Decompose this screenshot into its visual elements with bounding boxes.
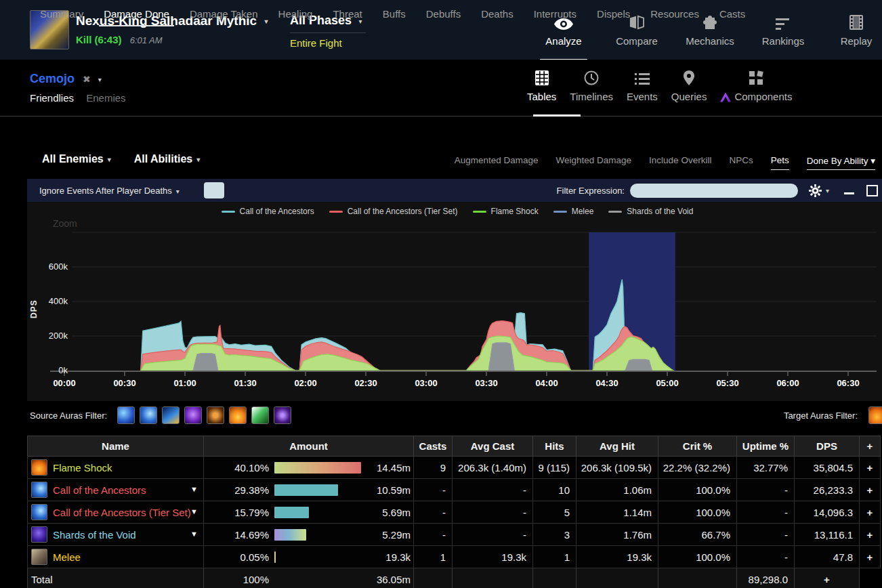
nav-label: Queries (671, 91, 707, 102)
chevron-down-icon[interactable]: ▾ (98, 76, 102, 83)
ability-name-cell[interactable]: Flame Shock (28, 457, 204, 479)
table-cell: 13,116.1 (795, 524, 860, 546)
table-row[interactable]: Shards of the Void▼14.69%5.29m--31.76m66… (28, 524, 881, 546)
toggle-include-overkill[interactable]: Include Overkill (649, 155, 711, 170)
tab-damage-done[interactable]: Damage Done (103, 1, 170, 26)
dropdown-all-abilities[interactable]: All Abilities▾ (134, 153, 201, 165)
expand-row-caret[interactable]: ▼ (190, 485, 198, 493)
tab-summary[interactable]: Summary (39, 1, 84, 26)
blue-wolves-aura-icon[interactable] (140, 406, 157, 424)
table-cell: 9 (115) (533, 457, 576, 479)
nav-timelines[interactable]: Timelines (570, 68, 613, 108)
ignore-deaths-dropdown[interactable]: Ignore Events After Player Deaths▾ (39, 186, 180, 196)
tab-interrupts[interactable]: Interrupts (533, 1, 577, 26)
phase-value: Entire Fight (290, 37, 366, 49)
fire-aura-icon[interactable] (868, 406, 882, 424)
nav-queries[interactable]: Queries (671, 68, 707, 108)
ignore-deaths-checkbox[interactable] (204, 182, 224, 198)
tab-debuffs[interactable]: Debuffs (425, 1, 461, 26)
filter-friendlies[interactable]: Friendlies (30, 92, 74, 104)
amount-bar (274, 484, 338, 496)
ability-name[interactable]: Call of the Ancestors (Tier Set) (53, 507, 191, 518)
maximize-panel-icon[interactable] (866, 185, 878, 196)
ability-name-cell[interactable]: Call of the Ancestors (Tier Set)▼ (28, 501, 204, 524)
ability-name[interactable]: Flame Shock (53, 462, 112, 474)
ability-name[interactable]: Shards of the Void (53, 529, 136, 541)
tab-resources[interactable]: Resources (650, 1, 700, 26)
tab-healing[interactable]: Healing (278, 1, 314, 26)
tab-casts[interactable]: Casts (719, 1, 746, 26)
column-header-avg-hit[interactable]: Avg Hit (576, 436, 658, 457)
ability-name[interactable]: Call of the Ancestors (53, 484, 146, 496)
pin-total-button[interactable]: + (795, 568, 860, 588)
purple-hourglass-aura-icon[interactable] (274, 406, 291, 424)
column-header-crit-[interactable]: Crit % (658, 436, 737, 457)
legend-item-call-of-the-ancestors[interactable]: Call of the Ancestors (222, 207, 314, 216)
expand-row-caret[interactable]: ▼ (190, 507, 198, 516)
legend-item-shards-of-the-void[interactable]: Shards of the Void (608, 207, 693, 216)
toggle-augmented-damage[interactable]: Augmented Damage (455, 155, 539, 170)
pin-row-button[interactable]: + (860, 524, 881, 546)
tab-damage-taken[interactable]: Damage Taken (189, 1, 259, 26)
column-header-uptime-[interactable]: Uptime % (737, 436, 795, 457)
blue-wolves-ability-icon (31, 504, 47, 520)
tab-dispels[interactable]: Dispels (596, 1, 631, 26)
y-tick-label: 0k (58, 365, 68, 375)
column-header-hits[interactable]: Hits (533, 436, 576, 457)
legend-item-melee[interactable]: Melee (553, 207, 594, 216)
total-value: 36.05m (369, 574, 413, 585)
green-wings-aura-icon[interactable] (251, 406, 269, 424)
dps-area-chart[interactable]: 00:0000:3001:0001:3002:0002:3003:0003:30… (27, 202, 882, 401)
blue-swirl-aura-icon[interactable] (117, 406, 135, 424)
column-header-casts[interactable]: Casts (414, 436, 453, 457)
minimize-panel-icon[interactable] (844, 192, 854, 194)
pin-row-button[interactable]: + (860, 457, 881, 479)
column-header-dps[interactable]: DPS (795, 436, 860, 457)
pin-row-button[interactable]: + (860, 479, 881, 501)
column-header-avg-cast[interactable]: Avg Cast (453, 436, 533, 457)
close-icon[interactable]: ✖ (83, 74, 91, 85)
ability-name[interactable]: Melee (53, 551, 81, 563)
toggle-done-by-ability[interactable]: Done By Ability ▾ (807, 155, 875, 170)
filter-enemies[interactable]: Enemies (86, 92, 125, 104)
nav-rankings[interactable]: Rankings (753, 12, 813, 60)
graph-settings-button[interactable]: ▾ (809, 184, 829, 197)
table-cell: 100.0% (658, 479, 737, 501)
filter-expression-input[interactable] (630, 184, 798, 198)
toggle-pets[interactable]: Pets (771, 155, 789, 170)
total-label: Total (28, 568, 204, 588)
column-header-plus[interactable]: + (860, 436, 881, 457)
table-row[interactable]: Call of the Ancestors (Tier Set)▼15.79%5… (28, 501, 881, 524)
column-header-name[interactable]: Name (28, 436, 204, 457)
ability-name-cell[interactable]: Shards of the Void▼ (28, 524, 204, 546)
table-row[interactable]: Melee0.05%19.3k119.3k119.3k100.0%-47.8+ (28, 546, 881, 568)
ability-name-cell[interactable]: Melee (28, 546, 204, 568)
tab-deaths[interactable]: Deaths (480, 1, 514, 26)
ability-name-cell[interactable]: Call of the Ancestors▼ (28, 479, 204, 501)
toggle-npcs[interactable]: NPCs (729, 155, 753, 170)
dropdown-all-enemies[interactable]: All Enemies▾ (42, 153, 111, 165)
tab-buffs[interactable]: Buffs (382, 1, 406, 26)
toggle-weighted-damage[interactable]: Weighted Damage (556, 155, 632, 170)
purple-vortex-aura-icon[interactable] (184, 406, 202, 424)
legend-item-flame-shock[interactable]: Flame Shock (473, 207, 539, 216)
tab-threat[interactable]: Threat (332, 1, 362, 26)
expand-row-caret[interactable]: ▼ (190, 530, 198, 538)
column-header-amount[interactable]: Amount (204, 436, 414, 457)
pin-row-button[interactable]: + (860, 546, 881, 568)
bronze-ring-aura-icon[interactable] (207, 406, 224, 424)
table-toggles: Augmented DamageWeighted DamageInclude O… (455, 155, 875, 170)
selected-player[interactable]: Cemojo ✖ ▾ (30, 72, 102, 86)
table-row[interactable]: Flame Shock40.10%14.45m9206.3k (1.40m)9 … (28, 457, 881, 479)
x-tick-label: 02:30 (354, 378, 377, 388)
nav-events[interactable]: Events (627, 68, 658, 108)
nav-components[interactable]: Components (720, 68, 792, 108)
blue-crest-aura-icon[interactable] (162, 406, 180, 424)
chart-canvas[interactable]: 00:0000:3001:0001:3002:0002:3003:0003:30… (27, 202, 882, 401)
pin-row-button[interactable]: + (860, 501, 881, 524)
table-row[interactable]: Call of the Ancestors▼29.38%10.59m--101.… (28, 479, 881, 501)
legend-item-call-of-the-ancestors-tier-set-[interactable]: Call of the Ancestors (Tier Set) (329, 207, 458, 216)
nav-tables[interactable]: Tables (527, 68, 556, 108)
nav-replay[interactable]: Replay (826, 12, 882, 60)
orange-flame-aura-icon[interactable] (229, 406, 247, 424)
